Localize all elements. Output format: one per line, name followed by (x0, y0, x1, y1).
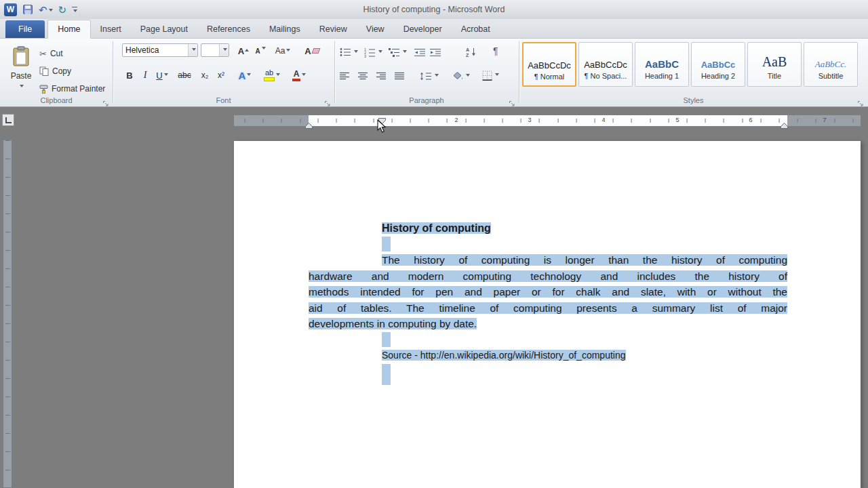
left-indent-marker[interactable] (305, 119, 313, 131)
show-formatting-marks-button[interactable]: ¶ (492, 43, 499, 58)
style-title[interactable]: AaB Title (747, 42, 802, 87)
numbering-button[interactable]: 1 2 3 (363, 45, 383, 60)
paragraph-dialog-launcher[interactable] (509, 98, 515, 104)
font-dialog-launcher[interactable] (324, 98, 331, 104)
line-spacing-button[interactable] (419, 68, 439, 83)
body-line: hardware and modern computing technology… (309, 268, 787, 285)
shrink-font-button[interactable]: A (252, 43, 269, 58)
align-right-icon (376, 72, 387, 80)
ruler-ticks (234, 119, 861, 123)
word-window: History of computing - Microsoft Word W … (0, 0, 868, 488)
tab-references[interactable]: References (197, 20, 260, 38)
tab-developer[interactable]: Developer (394, 20, 452, 38)
cut-button[interactable]: ✂ Cut (39, 47, 63, 60)
tab-insert[interactable]: Insert (91, 20, 131, 38)
underline-caret-icon (164, 73, 168, 78)
style-normal[interactable]: AaBbCcDc ¶ Normal (522, 42, 576, 87)
tab-home[interactable]: Home (47, 20, 90, 39)
source-line: Source - http://en.wikipedia.org/wiki/Hi… (309, 348, 787, 364)
window-title: History of computing - Microsoft Word (0, 0, 868, 19)
shading-button[interactable] (452, 68, 471, 83)
shading-bucket-icon (452, 72, 463, 81)
numbering-icon: 1 2 3 (364, 47, 376, 58)
align-left-icon (340, 72, 350, 80)
sort-icon: A Z (466, 47, 476, 57)
justify-button[interactable] (394, 68, 406, 83)
align-center-icon (358, 72, 368, 80)
customize-qat-button[interactable] (72, 7, 77, 13)
body-line: methods intended for pen and paper or fo… (309, 284, 787, 300)
tab-file[interactable]: File (5, 20, 45, 38)
font-color-button[interactable]: A (288, 67, 311, 83)
sort-button[interactable]: A Z (465, 44, 477, 59)
highlight-button[interactable]: ab (259, 67, 285, 83)
svg-text:3: 3 (364, 54, 366, 57)
tab-acrobat[interactable]: Acrobat (452, 20, 500, 38)
eraser-icon (311, 48, 320, 54)
ribbon-home: Paste ✂ Cut Copy Format Painter Clipboar… (0, 39, 868, 107)
style-subtitle[interactable]: AaBbCc. Subtitle (804, 42, 858, 87)
paragraph-group-label: Paragraph (334, 96, 519, 104)
text-effects-caret-icon (247, 73, 251, 78)
multilevel-list-button[interactable] (388, 45, 408, 60)
tab-mailings[interactable]: Mailings (260, 20, 310, 38)
strikethrough-button[interactable]: abc (174, 67, 195, 83)
style-heading-1[interactable]: AaBbC Heading 1 (635, 42, 689, 87)
style-no-spacing[interactable]: AaBbCcDc ¶ No Spaci... (578, 42, 633, 87)
vertical-ruler[interactable] (3, 140, 12, 488)
clipboard-dialog-launcher[interactable] (102, 98, 109, 104)
grow-font-button[interactable]: A (235, 43, 252, 58)
tab-review[interactable]: Review (310, 20, 357, 38)
font-size-dropdown[interactable] (219, 44, 229, 56)
align-right-button[interactable] (376, 68, 387, 83)
change-case-button[interactable]: Aa (271, 43, 294, 58)
tab-view[interactable]: View (357, 20, 394, 38)
grow-caret-icon (245, 47, 249, 52)
format-painter-button[interactable]: Format Painter (39, 82, 105, 96)
bullets-button[interactable] (339, 45, 359, 60)
style-heading-2[interactable]: AaBbCc Heading 2 (691, 42, 745, 87)
redo-button[interactable]: ↻ (58, 5, 67, 15)
text-effects-button[interactable]: A (233, 67, 256, 83)
undo-button[interactable]: ↶ (39, 5, 53, 15)
document-page[interactable]: History of computing The history of comp… (234, 141, 861, 488)
body-line: aid of tables. The timeline of computing… (309, 300, 787, 317)
selection-strip (382, 237, 391, 251)
cut-icon: ✂ (39, 49, 47, 59)
superscript-button[interactable]: x² (213, 67, 229, 83)
group-divider (334, 41, 335, 104)
undo-dropdown-caret-icon[interactable] (49, 9, 53, 14)
paste-dropdown-caret-icon[interactable] (20, 85, 24, 89)
subscript-button[interactable]: x₂ (197, 67, 213, 83)
word-logo-icon[interactable]: W (4, 3, 17, 16)
svg-text:Z: Z (466, 52, 469, 57)
styles-dialog-launcher[interactable] (857, 98, 864, 104)
redo-icon: ↻ (58, 5, 67, 15)
bold-button[interactable]: B (122, 67, 137, 83)
save-button[interactable] (22, 4, 33, 15)
tab-stop-selector[interactable] (2, 114, 14, 126)
borders-button[interactable] (481, 68, 500, 83)
font-name-select[interactable]: Helvetica (122, 43, 198, 57)
increase-indent-button[interactable] (429, 45, 442, 60)
italic-button[interactable]: I (138, 67, 152, 83)
font-size-select[interactable] (201, 43, 229, 57)
tab-page-layout[interactable]: Page Layout (131, 20, 197, 38)
clear-formatting-button[interactable]: A (301, 43, 323, 58)
styles-group-label: Styles (519, 96, 868, 104)
right-indent-marker[interactable] (781, 119, 788, 131)
paste-button[interactable]: Paste (5, 42, 37, 100)
font-name-value: Helvetica (123, 45, 188, 55)
horizontal-ruler[interactable]: 1 2 3 4 5 6 7 (234, 115, 861, 127)
ruler-number: 5 (675, 117, 679, 123)
ruler-number: 3 (528, 117, 531, 123)
align-left-button[interactable] (339, 68, 351, 83)
decrease-indent-button[interactable] (414, 45, 427, 60)
underline-button[interactable]: U (152, 67, 172, 83)
format-painter-label: Format Painter (52, 84, 105, 94)
align-center-button[interactable] (357, 68, 369, 83)
copy-button[interactable]: Copy (39, 64, 71, 78)
ribbon-tab-bar: File Home Insert Page Layout References … (0, 19, 868, 39)
font-name-dropdown[interactable] (188, 44, 197, 56)
paste-label: Paste (5, 71, 37, 81)
